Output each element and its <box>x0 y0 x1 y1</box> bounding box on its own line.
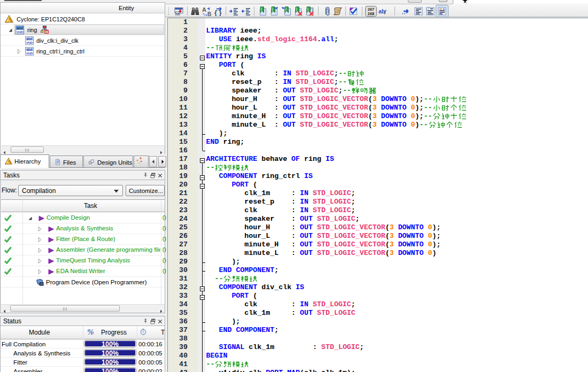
svg-text:A: A <box>202 6 206 13</box>
svg-text:B: B <box>207 11 211 17</box>
svg-text:/: / <box>384 8 386 16</box>
svg-text:{}: {} <box>214 9 222 17</box>
svg-text:268: 268 <box>368 11 374 16</box>
